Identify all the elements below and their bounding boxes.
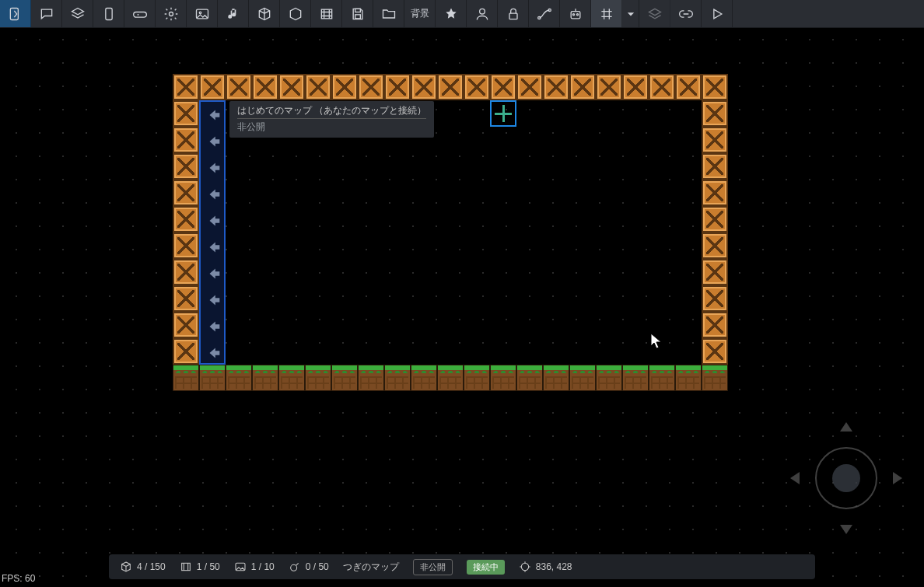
star-icon[interactable] (436, 0, 467, 27)
crate-tile[interactable] (199, 74, 226, 100)
arrow-left-icon[interactable] (201, 181, 227, 208)
crate-tile[interactable] (490, 74, 516, 100)
crate-tile[interactable] (358, 74, 384, 100)
crate-tile[interactable] (252, 74, 278, 100)
cube-icon[interactable] (249, 0, 280, 27)
crate-tile[interactable] (569, 74, 596, 100)
image-icon[interactable] (187, 0, 218, 27)
logo-icon[interactable] (0, 0, 31, 27)
grass-tile[interactable] (702, 365, 728, 391)
device-icon[interactable] (93, 0, 124, 27)
grass-tile[interactable] (464, 365, 490, 391)
crate-tile[interactable] (702, 285, 728, 312)
crate-tile[interactable] (226, 74, 252, 100)
status-next-map[interactable]: つぎのマップ (343, 561, 399, 574)
placement-cursor[interactable] (490, 100, 516, 127)
folder-icon[interactable] (373, 0, 404, 27)
crate-tile[interactable] (622, 74, 649, 100)
dpad-right[interactable] (893, 472, 902, 484)
grass-tile[interactable] (411, 365, 437, 391)
crate-tile[interactable] (702, 312, 728, 338)
grid-icon[interactable] (591, 0, 622, 27)
crate-tile[interactable] (173, 206, 199, 232)
crate-tile[interactable] (384, 74, 411, 100)
robot-icon[interactable] (560, 0, 591, 27)
crate-tile[interactable] (278, 74, 305, 100)
crate-tile[interactable] (173, 232, 199, 259)
grass-tile[interactable] (569, 365, 596, 391)
arrow-left-icon[interactable] (201, 313, 227, 340)
arrow-left-icon[interactable] (201, 340, 227, 366)
crate-tile[interactable] (702, 232, 728, 259)
layers-icon[interactable] (62, 0, 93, 27)
dpad-knob[interactable] (832, 464, 860, 492)
link-icon[interactable] (670, 0, 702, 27)
crate-tile[interactable] (305, 74, 331, 100)
crate-tile[interactable] (675, 74, 702, 100)
crate-tile[interactable] (702, 74, 728, 100)
crate-tile[interactable] (173, 312, 199, 338)
grass-tile[interactable] (199, 365, 226, 391)
grass-tile[interactable] (622, 365, 649, 391)
navigation-dpad[interactable] (784, 416, 908, 540)
save-icon[interactable] (342, 0, 373, 27)
grass-tile[interactable] (305, 365, 331, 391)
arrow-left-icon[interactable] (201, 260, 227, 287)
grass-tile[interactable] (358, 365, 384, 391)
grass-tile[interactable] (437, 365, 464, 391)
arrow-left-icon[interactable] (201, 128, 227, 155)
grass-tile[interactable] (490, 365, 516, 391)
crate-tile[interactable] (464, 74, 490, 100)
grass-tile[interactable] (516, 365, 543, 391)
dpad-up[interactable] (840, 422, 852, 432)
arrow-left-icon[interactable] (201, 102, 227, 128)
crate-tile[interactable] (702, 338, 728, 365)
crate-tile[interactable] (411, 74, 437, 100)
grass-tile[interactable] (278, 365, 305, 391)
chat-icon[interactable] (31, 0, 62, 27)
crate-tile[interactable] (702, 206, 728, 232)
crate-tile[interactable] (173, 259, 199, 285)
crate-tile[interactable] (173, 338, 199, 365)
crate-tile[interactable] (702, 153, 728, 180)
path-icon[interactable] (529, 0, 560, 27)
dpad-down[interactable] (840, 525, 852, 534)
crate-tile[interactable] (437, 74, 464, 100)
selection-column[interactable] (199, 100, 226, 365)
crate-tile[interactable] (702, 100, 728, 127)
crate-tile[interactable] (516, 74, 543, 100)
crate-tile[interactable] (543, 74, 569, 100)
crate-tile[interactable] (173, 74, 199, 100)
crate-tile[interactable] (649, 74, 675, 100)
grass-tile[interactable] (543, 365, 569, 391)
crate-tile[interactable] (173, 100, 199, 127)
crate-tile[interactable] (173, 285, 199, 312)
crate-tile[interactable] (702, 259, 728, 285)
grass-tile[interactable] (226, 365, 252, 391)
crate-tile[interactable] (331, 74, 358, 100)
crate-tile[interactable] (702, 180, 728, 206)
cube-outline-icon[interactable] (280, 0, 311, 27)
lock-icon[interactable] (498, 0, 529, 27)
dropdown-icon[interactable] (622, 0, 639, 27)
arrow-left-icon[interactable] (201, 208, 227, 234)
gamepad-icon[interactable] (124, 0, 156, 27)
layers2-icon[interactable] (639, 0, 670, 27)
film-icon[interactable] (311, 0, 342, 27)
grass-tile[interactable] (173, 365, 199, 391)
play-icon[interactable] (702, 0, 733, 27)
arrow-left-icon[interactable] (201, 155, 227, 181)
grass-tile[interactable] (596, 365, 622, 391)
gear-icon[interactable] (156, 0, 187, 27)
grass-tile[interactable] (384, 365, 411, 391)
crate-tile[interactable] (173, 127, 199, 153)
visibility-badge[interactable]: 非公開 (413, 559, 453, 575)
arrow-left-icon[interactable] (201, 287, 227, 313)
grass-tile[interactable] (649, 365, 675, 391)
grass-tile[interactable] (252, 365, 278, 391)
grass-tile[interactable] (675, 365, 702, 391)
person-icon[interactable] (467, 0, 498, 27)
dpad-left[interactable] (790, 472, 800, 484)
crate-tile[interactable] (596, 74, 622, 100)
crate-tile[interactable] (173, 180, 199, 206)
